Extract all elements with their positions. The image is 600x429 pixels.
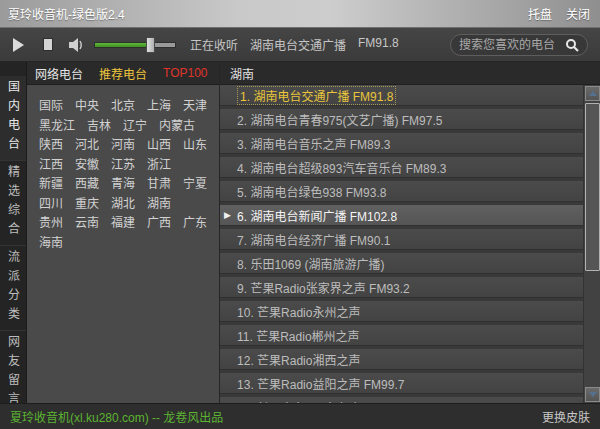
now-playing-status: 正在收听 湖南电台交通广播 FM91.8 — [190, 36, 399, 53]
province-link[interactable]: 浙江 — [147, 155, 171, 172]
search-input[interactable] — [459, 38, 561, 52]
province-link[interactable]: 陕西 — [39, 135, 63, 152]
station-row-label: 6. 湖南电台新闻广播 FM102.8 — [237, 207, 397, 224]
station-row-label: 5. 湖南电台绿色938 FM93.8 — [237, 183, 386, 200]
province-link[interactable]: 辽宁 — [123, 116, 147, 133]
station-row-label: 7. 湖南电台经济广播 FM90.1 — [237, 231, 390, 248]
close-button[interactable]: 关闭 — [566, 5, 590, 22]
province-row: 陕西河北河南山西山东 — [39, 134, 219, 154]
station-row-label: 2. 湖南电台青春975(文艺广播) FM97.5 — [237, 111, 442, 128]
province-link[interactable]: 北京 — [111, 96, 135, 113]
province-link[interactable]: 上海 — [147, 96, 171, 113]
province-link[interactable]: 广东 — [183, 213, 207, 230]
sidebar-item-0[interactable]: 国内电台 — [0, 76, 26, 161]
province-link[interactable]: 西藏 — [75, 174, 99, 191]
province-link[interactable]: 青海 — [111, 174, 135, 191]
station-rows: 1. 湖南电台交通广播 FM91.82. 湖南电台青春975(文艺广播) FM9… — [220, 85, 583, 403]
scroll-down-button[interactable] — [585, 387, 600, 402]
province-link[interactable]: 重庆 — [75, 194, 99, 211]
province-link[interactable]: 宁夏 — [183, 174, 207, 191]
sidebar-item-2[interactable]: 流派分类 — [0, 246, 26, 331]
province-row: 江西安徽江苏浙江 — [39, 154, 219, 174]
province-link[interactable]: 安徽 — [75, 155, 99, 172]
sidebar-item-1[interactable]: 精选综合 — [0, 161, 26, 246]
search-icon[interactable] — [565, 38, 579, 52]
scrollbar[interactable] — [583, 85, 600, 403]
province-link[interactable]: 贵州 — [39, 213, 63, 230]
scrollbar-thumb[interactable] — [585, 103, 600, 271]
mute-button[interactable] — [68, 37, 86, 53]
province-link[interactable]: 海南 — [39, 233, 63, 250]
scroll-up-button[interactable] — [585, 86, 600, 101]
station-row[interactable]: 11. 芒果Radio郴州之声 — [220, 325, 583, 346]
sidebar-item-3[interactable]: 网友留言 — [0, 331, 26, 403]
province-row: 贵州云南福建广西广东 — [39, 212, 219, 232]
province-row: 海南 — [39, 232, 219, 252]
province-link[interactable]: 河北 — [75, 135, 99, 152]
volume-slider[interactable] — [94, 37, 176, 53]
province-link[interactable]: 山西 — [147, 135, 171, 152]
category-tab-0[interactable]: 网络电台 — [35, 65, 83, 82]
province-link[interactable]: 天津 — [183, 96, 207, 113]
station-row-label: 11. 芒果Radio郴州之声 — [237, 327, 359, 344]
province-link[interactable]: 湖南 — [147, 194, 171, 211]
station-row[interactable]: 13. 芒果Radio益阳之声 FM99.7 — [220, 373, 583, 394]
arrow-up-icon — [589, 91, 597, 96]
station-row-label: 13. 芒果Radio益阳之声 FM99.7 — [237, 375, 404, 392]
radio-app-window: 夏玲收音机-绿色版2.4 托盘 关闭 正在收听 湖南电台交通广播 FM91.8 — [0, 0, 600, 429]
station-row[interactable]: 2. 湖南电台青春975(文艺广播) FM97.5 — [220, 109, 583, 130]
province-link[interactable]: 山东 — [183, 135, 207, 152]
station-row-label: 10. 芒果Radio永州之声 — [237, 303, 360, 320]
station-panel: 湖南 1. 湖南电台交通广播 FM91.82. 湖南电台青春975(文艺广播) … — [220, 62, 600, 403]
middle-panel: 网络电台推荐电台TOP100 国际中央北京上海天津黑龙江吉林辽宁内蒙古陕西河北河… — [27, 62, 220, 403]
station-row[interactable]: ▶6. 湖南电台新闻广播 FM102.8 — [220, 205, 583, 226]
titlebar: 夏玲收音机-绿色版2.4 托盘 关闭 — [0, 0, 600, 28]
province-link[interactable]: 河南 — [111, 135, 135, 152]
volume-fill — [94, 42, 151, 48]
category-tab-1[interactable]: 推荐电台 — [99, 65, 147, 82]
station-list-header: 湖南 — [220, 62, 600, 85]
station-row[interactable]: 12. 芒果Radio湘西之声 — [220, 349, 583, 370]
province-link[interactable]: 吉林 — [87, 116, 111, 133]
playback-toolbar: 正在收听 湖南电台交通广播 FM91.8 — [0, 28, 600, 62]
footer-bar: 夏玲收音机(xl.ku280.com) -- 龙卷风出品 更换皮肤 — [0, 403, 600, 429]
station-row[interactable]: 9. 芒果Radio张家界之声 FM93.2 — [220, 277, 583, 298]
station-row-label: 8. 乐田1069 (湖南旅游广播) — [237, 255, 384, 272]
station-list: 1. 湖南电台交通广播 FM91.82. 湖南电台青春975(文艺广播) FM9… — [220, 85, 600, 403]
province-link[interactable]: 甘肃 — [147, 174, 171, 191]
province-link[interactable]: 湖北 — [111, 194, 135, 211]
province-link[interactable]: 黑龙江 — [39, 116, 75, 133]
category-tabbar: 网络电台推荐电台TOP100 — [27, 62, 219, 85]
station-row[interactable]: 5. 湖南电台绿色938 FM93.8 — [220, 181, 583, 202]
arrow-down-icon — [589, 392, 597, 397]
station-row[interactable]: 1. 湖南电台交通广播 FM91.8 — [220, 85, 583, 106]
play-button[interactable] — [0, 32, 26, 58]
main-area: 国内电台精选综合流派分类网友留言 网络电台推荐电台TOP100 国际中央北京上海… — [0, 62, 600, 403]
volume-handle[interactable] — [146, 37, 155, 53]
province-link[interactable]: 江苏 — [111, 155, 135, 172]
station-row[interactable]: 8. 乐田1069 (湖南旅游广播) — [220, 253, 583, 274]
station-row-label: 9. 芒果Radio张家界之声 FM93.2 — [237, 279, 410, 296]
station-row[interactable]: 7. 湖南电台经济广播 FM90.1 — [220, 229, 583, 250]
province-link[interactable]: 江西 — [39, 155, 63, 172]
window-title: 夏玲收音机-绿色版2.4 — [0, 5, 125, 22]
app-homepage-link[interactable]: 夏玲收音机(xl.ku280.com) -- 龙卷风出品 — [0, 408, 223, 425]
province-link[interactable]: 新疆 — [39, 174, 63, 191]
tray-button[interactable]: 托盘 — [528, 5, 552, 22]
station-row[interactable]: 3. 湖南电台音乐之声 FM89.3 — [220, 133, 583, 154]
province-link[interactable]: 中央 — [75, 96, 99, 113]
station-row[interactable]: 4. 湖南电台超级893汽车音乐台 FM89.3 — [220, 157, 583, 178]
province-link[interactable]: 国际 — [39, 96, 63, 113]
station-row-label: 12. 芒果Radio湘西之声 — [237, 351, 360, 368]
stop-button[interactable] — [26, 32, 52, 58]
category-tab-2[interactable]: TOP100 — [163, 66, 207, 80]
province-link[interactable]: 四川 — [39, 194, 63, 211]
province-link[interactable]: 内蒙古 — [159, 116, 195, 133]
province-link[interactable]: 云南 — [75, 213, 99, 230]
sidebar-tabs: 国内电台精选综合流派分类网友留言 — [0, 62, 27, 403]
change-skin-button[interactable]: 更换皮肤 — [542, 408, 600, 425]
province-row: 黑龙江吉林辽宁内蒙古 — [39, 115, 219, 135]
station-row[interactable]: 10. 芒果Radio永州之声 — [220, 301, 583, 322]
province-link[interactable]: 福建 — [111, 213, 135, 230]
province-link[interactable]: 广西 — [147, 213, 171, 230]
